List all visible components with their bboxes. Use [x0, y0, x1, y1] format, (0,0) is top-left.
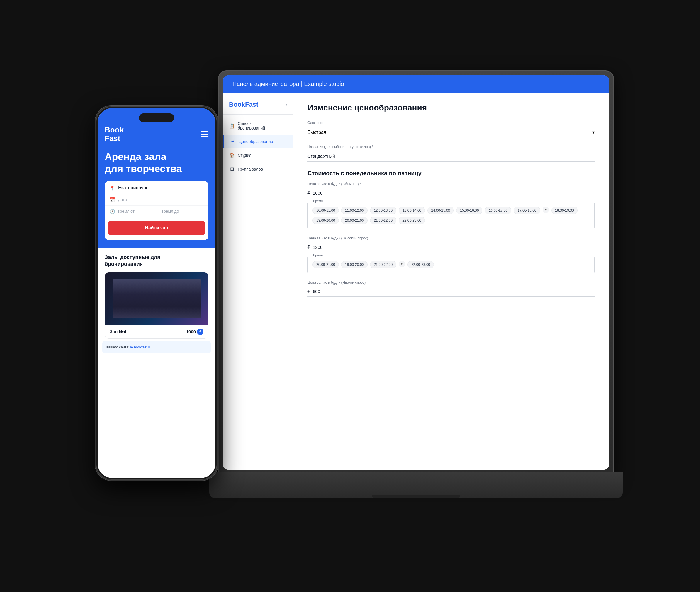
high-price-label: Цена за час в будни (Высокий спрос) — [308, 236, 595, 240]
venue-name: Зал №4 — [110, 329, 126, 334]
expand-slots-icon[interactable]: ▾ — [543, 207, 549, 213]
admin-sidebar: BookFast ‹ 📋 Списокбронирований ₽ Ценооб… — [223, 93, 293, 470]
time-slot[interactable]: 18:00-19:00 — [551, 207, 578, 214]
phone: Book Fast Аренда заладля творчества — [95, 105, 218, 481]
admin-content: Изменение ценообразования Сложность Быст… — [293, 93, 609, 470]
laptop-screen: Панель администратора | Example studio B… — [223, 75, 609, 470]
time-slot[interactable]: 16:00-17:00 — [485, 207, 511, 214]
time-from-placeholder: время от — [118, 209, 152, 214]
sidebar-item-bookings[interactable]: 📋 Списокбронирований — [223, 117, 293, 135]
phone-screen: Book Fast Аренда заладля творчества — [98, 108, 216, 478]
complexity-group: Сложность Быстрая ▾ — [308, 121, 595, 138]
complexity-value: Быстрая — [308, 130, 326, 135]
regular-time-legend: Время — [311, 199, 325, 203]
time-slot[interactable]: 22:00-23:00 — [408, 261, 434, 268]
hamburger-line — [201, 134, 208, 135]
scene: Панель администратора | Example studio B… — [86, 47, 614, 545]
regular-price-group: Цена за час в будни (Обычная) * ₽ 1000 В… — [308, 182, 595, 229]
laptop-body: Панель администратора | Example studio B… — [218, 70, 614, 475]
time-to-placeholder: время до — [161, 209, 204, 214]
time-from-half[interactable]: 🕐 время от — [105, 206, 157, 217]
sidebar-item-hall-group[interactable]: ⊞ Группа залов — [223, 162, 293, 176]
date-search-row[interactable]: 📅 дата — [105, 194, 208, 206]
time-slot[interactable]: 12:00-13:00 — [370, 207, 396, 214]
regular-price-value: ₽ 1000 — [308, 188, 595, 198]
currency-symbol-3: ₽ — [308, 289, 311, 294]
sidebar-hall-group-label: Группа залов — [238, 167, 263, 171]
high-price-group: Цена за час в будни (Высокий спрос) ₽ 12… — [308, 236, 595, 274]
high-time-slots-container: Время 20:00-21:00 19:00-20:00 21:00-22:0… — [308, 256, 595, 274]
high-time-legend: Время — [311, 253, 325, 257]
name-input[interactable]: Стандартный — [308, 151, 595, 162]
time-slot[interactable]: 19:00-20:00 — [341, 261, 368, 268]
time-slot[interactable]: 19:00-20:00 — [313, 216, 339, 224]
time-slot[interactable]: 10:00-11:00 — [313, 207, 339, 214]
sidebar-collapse-icon[interactable]: ‹ — [285, 102, 287, 108]
low-price-label: Цена за час в будни (Низкий спрос) — [308, 281, 595, 285]
sidebar-bookings-label: Списокбронирований — [238, 121, 265, 131]
venue-card[interactable]: Зал №4 1000 ₽ — [105, 272, 208, 339]
price-badge: ₽ — [197, 329, 203, 335]
sidebar-pricing-label: Ценообразование — [239, 139, 273, 144]
high-price-amount: 1200 — [313, 245, 322, 250]
hamburger-line — [201, 131, 208, 132]
regular-price-label: Цена за час в будни (Обычная) * — [308, 182, 595, 186]
admin-header: Панель администратора | Example studio — [223, 75, 609, 93]
hall-group-icon: ⊞ — [229, 166, 235, 172]
venue-price-value: 1000 — [186, 329, 196, 334]
time-slot[interactable]: 20:00-21:00 — [313, 261, 339, 268]
city-search-row[interactable]: 📍 Екатеринбург — [105, 182, 208, 194]
website-link[interactable]: le.bookfast.ru — [130, 345, 151, 349]
phone-app: Book Fast Аренда заладля творчества — [98, 108, 216, 478]
time-to-half[interactable]: время до — [157, 206, 209, 217]
page-title: Изменение ценообразования — [308, 103, 595, 112]
low-price-value: ₽ 600 — [308, 286, 595, 297]
complexity-label: Сложность — [308, 121, 595, 125]
complexity-select[interactable]: Быстрая ▾ — [308, 127, 595, 138]
venues-section-title: Залы доступные длябронирования — [105, 254, 208, 268]
venue-image — [105, 272, 208, 325]
regular-time-slots-container: Время 10:00-11:00 11:00-12:00 12:00-13:0… — [308, 202, 595, 229]
time-slot[interactable]: 13:00-14:00 — [399, 207, 425, 214]
expand-slots-icon-2[interactable]: ▾ — [399, 261, 405, 267]
venue-price: 1000 ₽ — [186, 329, 203, 335]
sidebar-item-pricing[interactable]: ₽ Ценообразование — [223, 135, 293, 148]
date-placeholder: дата — [118, 197, 204, 202]
sidebar-studio-label: Студия — [238, 153, 251, 158]
sidebar-logo-text: BookFast — [229, 101, 258, 108]
laptop: Панель администратора | Example studio B… — [218, 70, 614, 510]
high-time-slots: 20:00-21:00 19:00-20:00 21:00-22:00 ▾ 22… — [313, 261, 590, 268]
city-value: Екатеринбург — [118, 185, 148, 191]
phone-nav: Book Fast — [105, 126, 208, 142]
name-value: Стандартный — [308, 154, 335, 158]
location-icon: 📍 — [109, 185, 115, 191]
high-price-value: ₽ 1200 — [308, 242, 595, 252]
hamburger-menu[interactable] — [201, 131, 208, 137]
currency-symbol: ₽ — [308, 190, 311, 195]
time-slot[interactable]: 22:00-23:00 — [399, 216, 425, 224]
website-label: вашего сайта: — [106, 345, 129, 349]
time-slot[interactable]: 20:00-21:00 — [341, 216, 368, 224]
phone-venues-section: Залы доступные длябронирования Зал №4 10… — [98, 248, 216, 341]
website-link-section: вашего сайта: le.bookfast.ru — [102, 341, 211, 353]
complexity-dropdown-icon: ▾ — [593, 130, 595, 135]
time-search-row: 🕐 время от время до — [105, 206, 208, 217]
laptop-screen-bezel: Панель администратора | Example studio B… — [223, 75, 609, 470]
time-slot[interactable]: 17:00-18:00 — [514, 207, 540, 214]
time-slot[interactable]: 21:00-22:00 — [370, 261, 396, 268]
weekday-section-title: Стоимость с понедельника по пятницу — [308, 170, 595, 177]
sidebar-logo: BookFast ‹ — [223, 97, 293, 114]
time-slot[interactable]: 15:00-16:00 — [456, 207, 482, 214]
phone-logo: Book Fast — [105, 126, 124, 142]
sidebar-item-studio[interactable]: 🏠 Студия — [223, 148, 293, 162]
admin-header-title: Панель администратора | Example studio — [232, 81, 344, 87]
find-hall-button[interactable]: Найти зал — [108, 221, 205, 235]
pricing-icon: ₽ — [230, 139, 236, 144]
phone-body: Book Fast Аренда заладля творчества — [95, 105, 218, 481]
currency-symbol-2: ₽ — [308, 244, 311, 250]
time-slot[interactable]: 14:00-15:00 — [427, 207, 454, 214]
phone-search-box: 📍 Екатеринбург 📅 дата 🕐 время от — [105, 181, 208, 240]
time-slot[interactable]: 11:00-12:00 — [341, 207, 368, 214]
time-slot[interactable]: 21:00-22:00 — [370, 216, 396, 224]
calendar-icon: 📅 — [109, 197, 115, 202]
